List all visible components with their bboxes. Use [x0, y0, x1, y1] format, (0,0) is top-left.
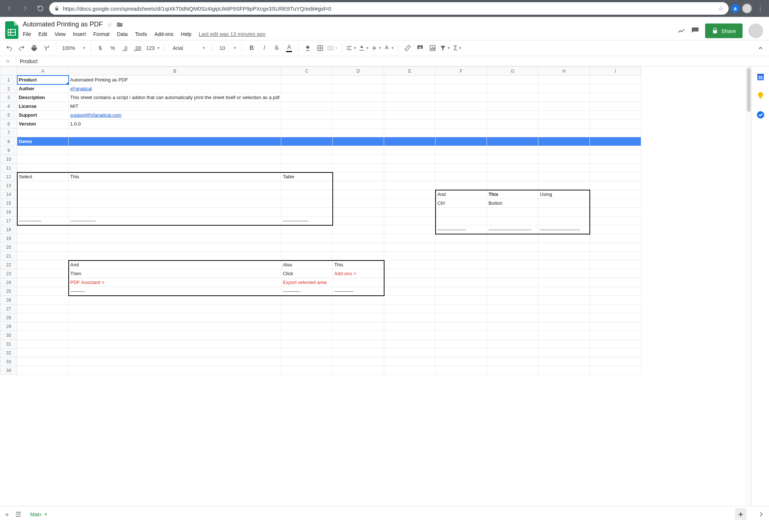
- cell-D18[interactable]: [333, 225, 384, 234]
- cell-B5[interactable]: support@xfanatical.com: [69, 111, 281, 120]
- cell-D32[interactable]: [333, 349, 384, 357]
- cell-F6[interactable]: [436, 120, 487, 128]
- col-header-D[interactable]: D: [333, 67, 384, 76]
- cell-B8[interactable]: [69, 137, 281, 146]
- cell-E18[interactable]: [384, 225, 436, 234]
- cell-D16[interactable]: [333, 208, 384, 216]
- reload-button[interactable]: [34, 2, 47, 15]
- cell-E21[interactable]: [384, 252, 436, 260]
- cell-F22[interactable]: [436, 260, 487, 269]
- cell-F32[interactable]: [436, 349, 487, 357]
- cell-C31[interactable]: [281, 340, 333, 349]
- cell-H2[interactable]: [538, 84, 590, 93]
- cell-B26[interactable]: [69, 296, 281, 305]
- cell-D33[interactable]: [333, 357, 384, 366]
- cell-A7[interactable]: [17, 128, 69, 137]
- cell-E16[interactable]: [384, 208, 436, 216]
- cell-F13[interactable]: [436, 181, 487, 190]
- cell-A30[interactable]: [17, 331, 69, 340]
- cell-I13[interactable]: [590, 181, 641, 190]
- row-header-13[interactable]: 13: [0, 181, 17, 190]
- account-avatar[interactable]: [748, 23, 763, 38]
- cell-B31[interactable]: [69, 340, 281, 349]
- cell-B14[interactable]: [69, 190, 281, 199]
- cell-I8[interactable]: [590, 137, 641, 146]
- browser-menu-icon[interactable]: ⋮: [754, 3, 766, 14]
- cell-H16[interactable]: [538, 208, 590, 216]
- cell-C16[interactable]: [281, 208, 333, 216]
- cell-H24[interactable]: [538, 278, 590, 287]
- cell-A17[interactable]: --------------: [17, 216, 69, 225]
- cell-C6[interactable]: [281, 120, 333, 128]
- cell-G26[interactable]: [487, 296, 538, 305]
- cell-G5[interactable]: [487, 111, 538, 120]
- cell-I18[interactable]: [590, 225, 641, 234]
- row-header-17[interactable]: 17: [0, 216, 17, 225]
- cell-A26[interactable]: [17, 296, 69, 305]
- cell-D28[interactable]: [333, 313, 384, 322]
- cell-G20[interactable]: [487, 243, 538, 252]
- cell-F12[interactable]: [436, 172, 487, 181]
- insert-chart-button[interactable]: [427, 43, 438, 54]
- cell-G9[interactable]: [487, 146, 538, 155]
- row-header-16[interactable]: 16: [0, 208, 17, 216]
- cell-B17[interactable]: ----------------: [69, 216, 281, 225]
- menu-insert[interactable]: Insert: [73, 31, 86, 37]
- cell-F33[interactable]: [436, 357, 487, 366]
- row-header-22[interactable]: 22: [0, 260, 17, 269]
- row-header-6[interactable]: 6: [0, 120, 17, 128]
- cell-A18[interactable]: [17, 225, 69, 234]
- row-header-12[interactable]: 12: [0, 172, 17, 181]
- cell-G23[interactable]: [487, 269, 538, 278]
- cell-G18[interactable]: ---------------------------: [487, 225, 538, 234]
- cell-G14[interactable]: This: [487, 190, 538, 199]
- profile-avatar[interactable]: [742, 3, 752, 14]
- cell-B23[interactable]: Then: [69, 269, 281, 278]
- cell-H3[interactable]: [538, 93, 590, 102]
- cell-G29[interactable]: [487, 322, 538, 331]
- cell-E33[interactable]: [384, 357, 436, 366]
- row-header-7[interactable]: 7: [0, 128, 17, 137]
- comments-icon[interactable]: [691, 27, 699, 35]
- row-header-29[interactable]: 29: [0, 322, 17, 331]
- cell-A4[interactable]: License: [17, 102, 69, 111]
- cell-F16[interactable]: [436, 208, 487, 216]
- row-header-5[interactable]: 5: [0, 111, 17, 120]
- cell-A21[interactable]: [17, 252, 69, 260]
- cell-A6[interactable]: Version: [17, 120, 69, 128]
- cell-H25[interactable]: [538, 287, 590, 296]
- cell-B13[interactable]: [69, 181, 281, 190]
- cell-G4[interactable]: [487, 102, 538, 111]
- cell-E28[interactable]: [384, 313, 436, 322]
- cell-H1[interactable]: [538, 76, 590, 84]
- cell-C12[interactable]: Table: [281, 172, 333, 181]
- cell-C17[interactable]: ----------------: [281, 216, 333, 225]
- insert-comment-button[interactable]: [415, 43, 426, 54]
- cell-I27[interactable]: [590, 305, 641, 313]
- cell-E25[interactable]: [384, 287, 436, 296]
- row-header-26[interactable]: 26: [0, 296, 17, 305]
- cell-D2[interactable]: [333, 84, 384, 93]
- row-header-14[interactable]: 14: [0, 190, 17, 199]
- cell-F24[interactable]: [436, 278, 487, 287]
- row-header-32[interactable]: 32: [0, 349, 17, 357]
- collapse-toolbar-button[interactable]: [757, 45, 764, 51]
- cell-A13[interactable]: [17, 181, 69, 190]
- cell-I16[interactable]: [590, 208, 641, 216]
- cell-C5[interactable]: [281, 111, 333, 120]
- menu-tools[interactable]: Tools: [135, 31, 147, 37]
- cell-D3[interactable]: [333, 93, 384, 102]
- text-wrap-button[interactable]: ▼: [371, 43, 382, 54]
- cell-F31[interactable]: [436, 340, 487, 349]
- cell-E12[interactable]: [384, 172, 436, 181]
- cell-H15[interactable]: [538, 199, 590, 208]
- cell-D27[interactable]: [333, 305, 384, 313]
- cell-A5[interactable]: Support: [17, 111, 69, 120]
- cell-H30[interactable]: [538, 331, 590, 340]
- fill-color-button[interactable]: [302, 43, 313, 54]
- cell-F10[interactable]: [436, 155, 487, 164]
- cell-F7[interactable]: [436, 128, 487, 137]
- cell-I22[interactable]: [590, 260, 641, 269]
- zoom-select[interactable]: 100% ▼: [60, 45, 87, 51]
- cell-B6[interactable]: 1.0.0: [69, 120, 281, 128]
